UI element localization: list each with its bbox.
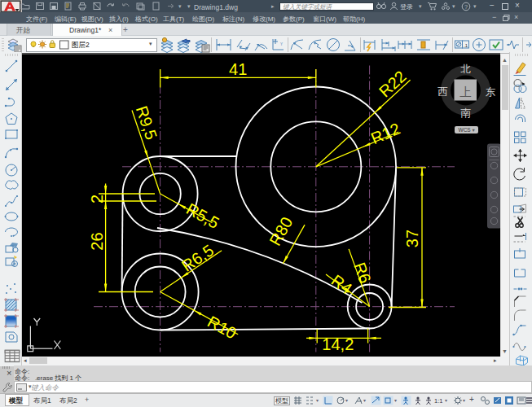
svg-text:37: 37 bbox=[403, 229, 421, 247]
svg-text:东: 东 bbox=[486, 85, 496, 97]
svg-text:R5,5: R5,5 bbox=[183, 199, 222, 232]
svg-text:南: 南 bbox=[460, 107, 471, 118]
svg-text:.1: .1 bbox=[464, 43, 468, 48]
svg-text:41: 41 bbox=[229, 60, 247, 78]
svg-text:?: ? bbox=[464, 3, 468, 11]
svg-text:WCS ▾: WCS ▾ bbox=[459, 127, 476, 133]
svg-text:北: 北 bbox=[460, 63, 471, 75]
svg-text:R6,5: R6,5 bbox=[178, 240, 217, 274]
svg-text:R9,5: R9,5 bbox=[133, 103, 160, 142]
svg-text:R22: R22 bbox=[376, 67, 410, 100]
svg-text:上: 上 bbox=[459, 85, 472, 98]
svg-text:R10: R10 bbox=[204, 312, 240, 342]
svg-text:Y: Y bbox=[280, 42, 283, 46]
svg-text:R12: R12 bbox=[368, 119, 402, 147]
svg-text:26: 26 bbox=[88, 232, 106, 250]
svg-text:2: 2 bbox=[88, 194, 106, 203]
svg-text:西: 西 bbox=[437, 85, 448, 97]
svg-text:14,2: 14,2 bbox=[322, 335, 354, 352]
